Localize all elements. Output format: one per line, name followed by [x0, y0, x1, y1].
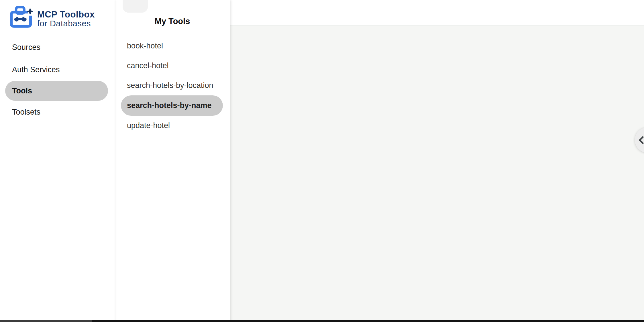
sidebar-item-tools[interactable]: Tools	[5, 81, 108, 101]
tools-panel-title: My Tools	[115, 17, 230, 26]
tool-item-label: update-hotel	[115, 121, 170, 130]
tool-item-label: search-hotels-by-location	[115, 81, 213, 90]
tool-item-search-hotels-by-name[interactable]: search-hotels-by-name	[121, 95, 223, 116]
sidebar-item-label: Sources	[0, 43, 40, 52]
sidebar-item-label: Tools	[5, 87, 32, 95]
main-header-strip	[230, 0, 644, 25]
tool-item-update-hotel[interactable]: update-hotel	[115, 116, 230, 136]
tool-item-book-hotel[interactable]: book-hotel	[115, 36, 230, 56]
toolbox-logo-icon	[10, 4, 33, 29]
tools-panel: My Tools book-hotel cancel-hotel search-…	[115, 0, 230, 322]
brand-logo: MCP Toolbox for Databases	[10, 4, 95, 29]
tool-item-cancel-hotel[interactable]: cancel-hotel	[115, 56, 230, 76]
chevron-left-icon	[639, 136, 644, 144]
app-root: Name: search-hotels-by-name Description:…	[0, 0, 644, 322]
tool-item-search-hotels-by-location[interactable]: search-hotels-by-location	[115, 76, 230, 95]
scrolled-item-remnant	[123, 0, 148, 13]
sidebar-item-label: Auth Services	[0, 65, 60, 74]
scrollbar-thumb[interactable]	[0, 320, 92, 322]
sidebar-item-label: Toolsets	[0, 108, 40, 117]
sidebar-item-sources[interactable]: Sources	[0, 36, 115, 58]
main-content	[230, 0, 644, 322]
brand-text: MCP Toolbox for Databases	[37, 5, 95, 28]
sidebar-item-auth-services[interactable]: Auth Services	[0, 58, 115, 81]
brand-line1: MCP Toolbox	[37, 10, 95, 19]
tool-item-label: cancel-hotel	[115, 61, 169, 70]
tool-item-label: search-hotels-by-name	[121, 101, 212, 110]
brand-line2: for Databases	[37, 19, 95, 28]
sidebar-item-toolsets[interactable]: Toolsets	[0, 101, 115, 123]
sidebar-nav: Sources Auth Services Tools Toolsets	[0, 36, 115, 123]
sidebar: MCP Toolbox for Databases Sources Auth S…	[0, 0, 115, 322]
tool-list: book-hotel cancel-hotel search-hotels-by…	[115, 36, 230, 136]
horizontal-scrollbar[interactable]	[0, 320, 644, 322]
tool-item-label: book-hotel	[115, 42, 163, 50]
